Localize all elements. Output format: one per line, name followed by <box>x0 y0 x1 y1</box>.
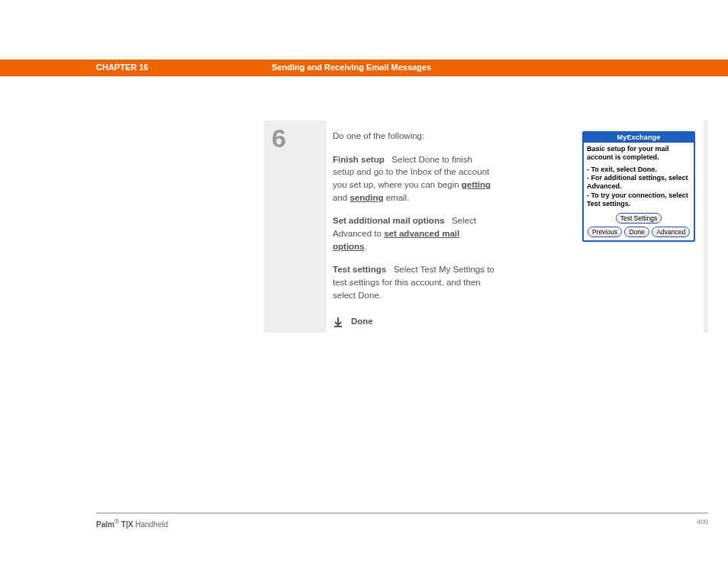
test-settings-button[interactable]: Test Settings <box>616 213 662 224</box>
step-content: Do one of the following: Finish setup Se… <box>327 121 704 333</box>
device-opt2: - For additional settings, select Advanc… <box>587 174 691 191</box>
device-body: Basic setup for your mail account is com… <box>584 143 694 211</box>
test-label: Test settings <box>333 265 386 274</box>
device-title: MyExchange <box>584 133 694 143</box>
device-button-row-2: Previous Done Advanced <box>584 227 694 240</box>
footer-model: T|X <box>119 520 133 529</box>
previous-button[interactable]: Previous <box>588 227 622 237</box>
footer-brand-name: Palm <box>96 520 114 529</box>
arrow-down-icon <box>333 317 343 327</box>
intro-line: Do one of the following: <box>333 130 496 143</box>
options-paragraph: Set additional mail options Select Advan… <box>333 214 496 253</box>
chapter-header: CHAPTER 16 Sending and Receiving Email M… <box>0 60 728 76</box>
done-button[interactable]: Done <box>624 227 649 237</box>
footer-rest: Handheld <box>133 520 168 529</box>
test-paragraph: Test settings Select Test My Settings to… <box>333 263 496 301</box>
device-opt3: - To try your connection, select Test se… <box>587 191 691 208</box>
advanced-button[interactable]: Advanced <box>652 227 690 237</box>
link-sending[interactable]: sending <box>350 193 383 202</box>
device-opt1: - To exit, select Done. <box>587 166 691 174</box>
options-label: Set additional mail options <box>333 216 444 225</box>
step-container: 6 Do one of the following: Finish setup … <box>264 121 708 333</box>
device-line1: Basic setup for your mail account is com… <box>587 145 691 162</box>
finish-post: email. <box>383 193 409 202</box>
finish-setup-label: Finish setup <box>333 155 385 164</box>
done-indicator: Done <box>333 315 496 328</box>
chapter-title: Sending and Receiving Email Messages <box>272 63 431 72</box>
finish-mid: and <box>333 193 350 202</box>
link-getting[interactable]: getting <box>462 180 491 189</box>
instruction-text: Do one of the following: Finish setup Se… <box>333 130 496 328</box>
chapter-label: CHAPTER 16 <box>96 63 148 72</box>
footer-brand: Palm® T|X Handheld <box>96 520 168 529</box>
device-button-row-1: Test Settings <box>584 211 694 227</box>
done-label: Done <box>351 315 373 328</box>
finish-setup-paragraph: Finish setup Select Done to finish setup… <box>333 153 496 204</box>
step-number: 6 <box>272 124 286 153</box>
options-post: . <box>365 242 367 251</box>
device-screenshot: MyExchange Basic setup for your mail acc… <box>582 131 695 242</box>
page-number: 400 <box>697 518 708 526</box>
page-footer: Palm® T|X Handheld 400 <box>96 513 708 529</box>
